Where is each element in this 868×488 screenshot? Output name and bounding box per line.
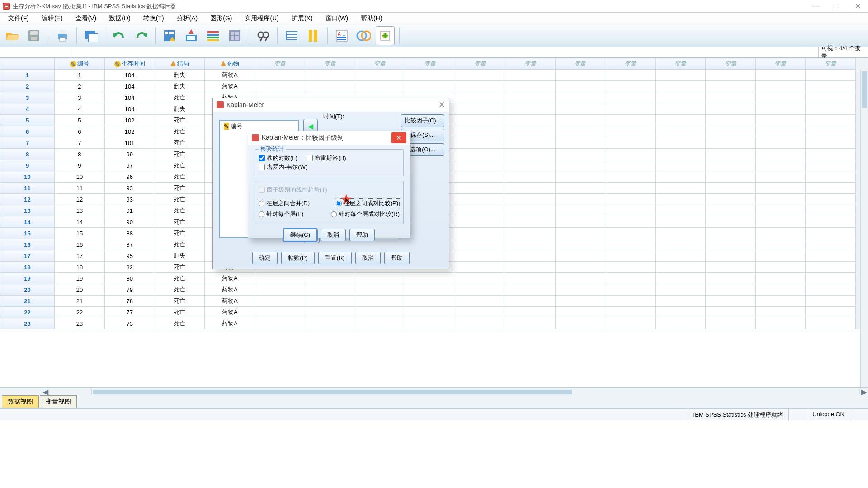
cell[interactable]: 21 <box>55 296 105 307</box>
cell[interactable] <box>656 262 706 273</box>
cell[interactable] <box>605 228 656 239</box>
menu-extensions[interactable]: 扩展(X) <box>285 13 319 24</box>
cell[interactable] <box>806 183 856 194</box>
continue-button[interactable]: 继续(C) <box>283 229 317 241</box>
cell[interactable]: 3 <box>55 92 105 103</box>
cell[interactable] <box>755 160 806 171</box>
cell[interactable] <box>455 171 505 183</box>
cell[interactable] <box>605 115 656 126</box>
cell[interactable] <box>255 296 305 307</box>
cell[interactable] <box>806 284 856 296</box>
cell[interactable] <box>656 183 706 194</box>
cell[interactable] <box>555 103 605 115</box>
cell[interactable]: 73 <box>104 318 155 329</box>
cell[interactable] <box>455 92 505 103</box>
find-icon[interactable] <box>254 26 273 45</box>
cell[interactable] <box>705 171 755 183</box>
cell[interactable] <box>806 273 856 284</box>
cell[interactable] <box>705 239 755 250</box>
cell[interactable] <box>555 115 605 126</box>
cell-editor[interactable] <box>72 47 818 57</box>
cell[interactable] <box>355 81 405 92</box>
cell[interactable] <box>605 307 656 318</box>
cell[interactable]: 104 <box>104 70 155 81</box>
cell[interactable] <box>555 239 605 250</box>
col-empty[interactable]: 变量 <box>305 58 355 70</box>
row-header[interactable]: 4 <box>0 103 55 115</box>
cell[interactable]: 104 <box>104 92 155 103</box>
cell[interactable]: 死亡 <box>155 160 205 171</box>
cell[interactable] <box>755 103 806 115</box>
cell[interactable]: 5 <box>55 115 105 126</box>
cell[interactable] <box>455 137 505 149</box>
col-empty[interactable]: 变量 <box>355 58 405 70</box>
cell[interactable]: 6 <box>55 126 105 137</box>
cell[interactable] <box>656 250 706 262</box>
window-close-button[interactable]: ✕ <box>847 2 868 10</box>
cell[interactable] <box>455 228 505 239</box>
menu-transform[interactable]: 转换(T) <box>137 13 170 24</box>
cell[interactable]: 16 <box>55 239 105 250</box>
cell[interactable] <box>806 126 856 137</box>
cell[interactable]: 20 <box>55 284 105 296</box>
cell[interactable]: 1 <box>55 70 105 81</box>
cell[interactable] <box>806 239 856 250</box>
cell[interactable]: 药物A <box>205 70 255 81</box>
cell[interactable] <box>755 137 806 149</box>
cell[interactable] <box>705 318 755 329</box>
cell[interactable] <box>605 318 656 329</box>
name-box[interactable] <box>0 47 72 57</box>
cell[interactable] <box>505 250 555 262</box>
window-maximize-button[interactable]: □ <box>826 2 847 10</box>
cell[interactable] <box>705 160 755 171</box>
window-minimize-button[interactable]: — <box>806 2 826 10</box>
cell[interactable] <box>455 115 505 126</box>
cell[interactable] <box>705 194 755 205</box>
cell[interactable] <box>605 262 656 273</box>
run-desc-icon[interactable] <box>225 26 244 45</box>
cell[interactable] <box>656 115 706 126</box>
cell[interactable]: 4 <box>55 103 105 115</box>
cell[interactable] <box>505 70 555 81</box>
cell[interactable] <box>806 171 856 183</box>
cell[interactable] <box>656 92 706 103</box>
cell[interactable]: 2 <box>55 81 105 92</box>
cell[interactable] <box>555 149 605 160</box>
row-header[interactable]: 11 <box>0 183 55 194</box>
cell[interactable] <box>555 250 605 262</box>
cell[interactable] <box>505 296 555 307</box>
cell[interactable] <box>605 160 656 171</box>
cell[interactable] <box>705 126 755 137</box>
cell[interactable] <box>605 103 656 115</box>
cell[interactable] <box>705 137 755 149</box>
cell[interactable]: 7 <box>55 137 105 149</box>
cell[interactable]: 17 <box>55 250 105 262</box>
cell[interactable]: 死亡 <box>155 273 205 284</box>
cell[interactable] <box>705 284 755 296</box>
cell[interactable] <box>405 318 455 329</box>
menu-util[interactable]: 实用程序(U) <box>238 13 285 24</box>
cell[interactable] <box>505 149 555 160</box>
menu-help[interactable]: 帮助(H) <box>354 13 388 24</box>
row-header[interactable]: 9 <box>0 160 55 171</box>
cell[interactable] <box>605 149 656 160</box>
cell[interactable] <box>605 205 656 216</box>
cell[interactable] <box>656 205 706 216</box>
cell[interactable]: 删失 <box>155 250 205 262</box>
cell[interactable] <box>755 194 806 205</box>
table-row[interactable]: 23 23 73 死亡 药物A <box>0 318 868 329</box>
cell[interactable] <box>705 250 755 262</box>
row-header[interactable]: 23 <box>0 318 55 329</box>
cell[interactable]: 死亡 <box>155 194 205 205</box>
col-empty[interactable]: 变量 <box>705 58 755 70</box>
row-header[interactable]: 13 <box>0 205 55 216</box>
cell[interactable] <box>605 284 656 296</box>
cell[interactable] <box>405 70 455 81</box>
table-row[interactable]: 1 1 104 删失 药物A <box>0 70 868 81</box>
cell[interactable] <box>555 194 605 205</box>
cell[interactable] <box>455 160 505 171</box>
tab-data-view[interactable]: 数据视图 <box>2 395 39 408</box>
cell[interactable] <box>455 262 505 273</box>
cell[interactable] <box>255 318 305 329</box>
cell[interactable] <box>806 216 856 228</box>
